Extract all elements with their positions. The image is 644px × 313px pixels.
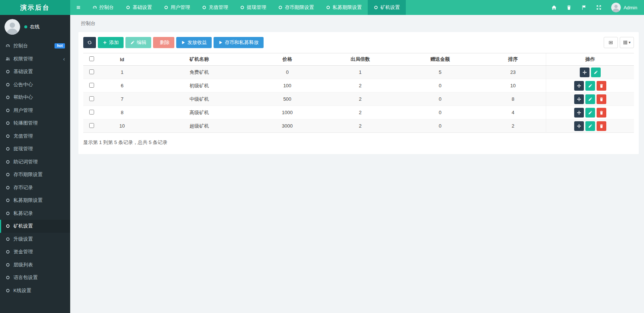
circle-icon (6, 108, 10, 113)
columns-dropdown-button[interactable]: ▾ (620, 37, 634, 48)
trash-button[interactable] (561, 0, 576, 15)
sidebar-item-permission-management[interactable]: 权限管理‹ (0, 53, 70, 66)
arrows-icon (577, 97, 581, 101)
cell-gift: 0 (400, 79, 480, 93)
actions-group (548, 121, 632, 131)
column-header-3[interactable]: 出局倍数 (320, 53, 400, 66)
dashboard-icon (6, 44, 10, 48)
column-header-1[interactable]: 矿机名称 (144, 53, 254, 66)
sidebar-item-private-term-settings[interactable]: 私募期限设置 (0, 194, 70, 207)
users-icon (6, 57, 10, 61)
edit-row-button[interactable] (585, 121, 595, 131)
topnav-item-private-term-settings[interactable]: 私募期限设置 (320, 0, 368, 15)
dragsort-button[interactable] (574, 108, 584, 118)
sidebar-item-private-records[interactable]: 私募记录 (0, 207, 70, 220)
cell-price: 3000 (254, 119, 320, 133)
sidebar-item-announcement-center[interactable]: 公告中心 (0, 78, 70, 91)
home-icon (551, 5, 557, 10)
column-header-0[interactable]: Id (100, 53, 144, 66)
grant-income-button[interactable]: 发放收益 (176, 37, 212, 48)
table-row: 6初级矿机1002010 (83, 79, 634, 93)
sidebar-item-language-pack-settings[interactable]: 语言包设置 (0, 271, 70, 284)
sidebar-item-mnemonic-management[interactable]: 助记词管理 (0, 156, 70, 169)
sidebar-item-help-center[interactable]: 帮助中心 (0, 91, 70, 104)
column-header-6[interactable]: 操作 (546, 53, 634, 66)
topbar-icon-buttons (547, 0, 606, 15)
topnav-item-user-management[interactable]: 用户管理 (158, 0, 196, 15)
dragsort-button[interactable] (580, 68, 589, 77)
row-checkbox[interactable] (89, 69, 94, 74)
delete-row-button[interactable] (597, 94, 606, 104)
topnav-item-deposit-term-settings[interactable]: 存币期限设置 (272, 0, 320, 15)
user-menu[interactable]: Admin (606, 0, 640, 15)
language-button[interactable] (576, 0, 591, 15)
sidebar-toggle-button[interactable] (70, 0, 87, 15)
circle-icon (240, 5, 245, 10)
edit-row-button[interactable] (585, 94, 595, 104)
topnav-item-console[interactable]: 控制台 (87, 0, 120, 15)
sidebar-item-user-management[interactable]: 用户管理 (0, 104, 70, 117)
dragsort-button[interactable] (574, 81, 584, 91)
sidebar-item-withdraw-management[interactable]: 提现管理 (0, 143, 70, 156)
column-header-4[interactable]: 赠送金额 (400, 53, 480, 66)
add-button[interactable]: 添加 (98, 37, 124, 48)
sidebar-item-banner-management[interactable]: 轮播图管理 (0, 117, 70, 130)
row-checkbox[interactable] (89, 96, 94, 101)
release-button[interactable]: 存币和私募释放 (214, 37, 264, 48)
topnav-item-basic-settings[interactable]: 基础设置 (120, 0, 158, 15)
circle-icon (326, 5, 330, 10)
row-actions-cell (546, 93, 634, 106)
topnav-item-miner-settings[interactable]: 矿机设置 (368, 0, 406, 15)
records-summary: 显示第 1 到第 5 条记录，总共 5 条记录 (83, 139, 634, 146)
topnav-item-label: 提现管理 (247, 4, 266, 11)
sidebar-item-label: 用户管理 (13, 107, 33, 114)
sidebar-item-level-list[interactable]: 层级列表 (0, 259, 70, 272)
sidebar-item-deposit-records[interactable]: 存币记录 (0, 181, 70, 194)
topnav-item-recharge-management[interactable]: 充值管理 (196, 0, 234, 15)
dragsort-button[interactable] (574, 121, 584, 131)
sidebar-item-deposit-term-settings[interactable]: 存币期限设置 (0, 168, 70, 181)
delete-row-button[interactable] (597, 81, 606, 91)
brand-logo[interactable]: 演示后台 (0, 0, 70, 15)
delete-button[interactable]: 删除 (153, 37, 174, 48)
delete-row-button[interactable] (597, 108, 606, 118)
row-select-cell (83, 93, 100, 106)
dragsort-button[interactable] (574, 94, 584, 104)
sidebar-item-fund-management[interactable]: 资金管理 (0, 245, 70, 259)
circle-icon (6, 288, 10, 293)
refresh-button[interactable] (83, 37, 96, 48)
column-header-5[interactable]: 排序 (480, 53, 546, 66)
user-avatar[interactable] (4, 19, 20, 35)
delete-row-button[interactable] (597, 121, 606, 131)
sidebar-item-label: 资金管理 (13, 248, 33, 255)
sidebar-item-kline-settings[interactable]: K线设置 (0, 284, 70, 297)
topnav-item-label: 控制台 (99, 4, 114, 11)
trash-icon (599, 110, 604, 115)
cell-name: 超级矿机 (144, 119, 254, 133)
sidebar-item-basic-settings[interactable]: 基础设置 (0, 65, 70, 78)
expand-icon (596, 5, 601, 10)
column-header-2[interactable]: 价格 (254, 53, 320, 66)
sidebar-item-label: 助记词管理 (13, 159, 38, 165)
sidebar-item-recharge-management[interactable]: 充值管理 (0, 130, 70, 143)
row-checkbox[interactable] (89, 83, 94, 88)
detail-view-button[interactable] (604, 37, 618, 48)
play-icon (218, 40, 223, 45)
expand-button[interactable] (591, 0, 606, 15)
edit-row-button[interactable] (591, 68, 601, 77)
select-all-checkbox[interactable] (89, 56, 94, 61)
sidebar-item-console[interactable]: 控制台hot (0, 40, 70, 53)
edit-row-button[interactable] (585, 81, 595, 91)
sidebar: 在线 控制台hot权限管理‹基础设置公告中心帮助中心用户管理轮播图管理充值管理提… (0, 15, 70, 313)
home-button[interactable] (547, 0, 561, 15)
topnav-item-withdraw-management[interactable]: 提现管理 (234, 0, 272, 15)
add-button-label: 添加 (109, 39, 119, 46)
topnav-item-label: 矿机设置 (380, 4, 400, 11)
sidebar-item-miner-settings[interactable]: 矿机设置 (0, 220, 70, 233)
row-checkbox[interactable] (89, 110, 94, 115)
cell-price: 500 (254, 93, 320, 106)
edit-row-button[interactable] (585, 108, 595, 118)
row-checkbox[interactable] (89, 123, 94, 128)
edit-button[interactable]: 编辑 (125, 37, 151, 48)
sidebar-item-upgrade-settings[interactable]: 升级设置 (0, 233, 70, 246)
